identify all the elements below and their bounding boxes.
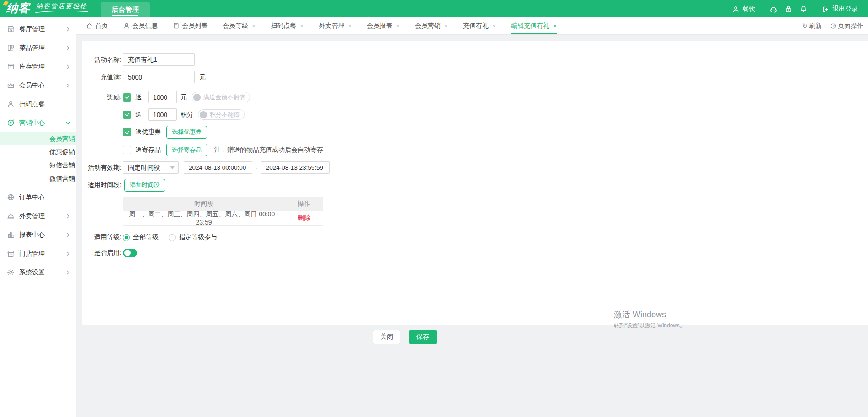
tab-member-level[interactable]: 会员等级 × <box>223 17 256 34</box>
sidebar-item-settings[interactable]: 系统设置 <box>0 263 76 282</box>
give-amount-checkbox[interactable] <box>123 93 131 102</box>
tab-home[interactable]: 首页 <box>86 17 108 34</box>
sidebar-subitem-promo[interactable]: 优惠促销 <box>0 145 76 159</box>
recharge-amount-input[interactable] <box>123 71 195 83</box>
tab-label: 会员等级 <box>223 22 248 30</box>
close-icon[interactable]: × <box>396 22 400 30</box>
tab-member-report[interactable]: 会员报表 × <box>367 17 400 34</box>
sidebar-item-label: 餐厅管理 <box>19 25 66 33</box>
refresh-button[interactable]: ↻ 刷新 <box>802 22 822 30</box>
sidebar-item-dishes[interactable]: 菜品管理 <box>0 38 76 57</box>
footer-actions: 关闭 保存 <box>76 325 868 344</box>
period-cell: 周一、周二、周三、周四、周五、周六、周日 00:00 - 23:59 <box>123 210 285 226</box>
select-coupon-button[interactable]: 选择优惠券 <box>166 126 207 139</box>
tab-label: 会员报表 <box>367 22 393 30</box>
shop-icon <box>7 250 15 257</box>
validity-label: 活动有效期: <box>82 164 122 172</box>
sidebar-item-order-center[interactable]: 订单中心 <box>0 188 76 207</box>
sidebar-item-scan-order[interactable]: 扫码点餐 <box>0 95 76 113</box>
headset-icon[interactable] <box>769 5 777 13</box>
tab-scan-order[interactable]: 扫码点餐 × <box>271 17 304 34</box>
add-period-button[interactable]: 添加时间段 <box>124 179 165 192</box>
sidebar-subitem-label: 短信营销 <box>49 161 75 170</box>
tab-member-info[interactable]: 会员信息 <box>123 17 158 34</box>
sidebar-item-reports[interactable]: 报表中心 <box>0 225 76 244</box>
enable-row: 是否启用: <box>82 249 868 257</box>
sidebar-item-marketing-center[interactable]: 营销中心 <box>0 113 76 132</box>
give-coupon-checkbox[interactable] <box>123 128 131 136</box>
give-points-input[interactable] <box>148 108 177 121</box>
sidebar-item-member-center[interactable]: 会员中心 <box>0 76 76 95</box>
level-all-radio[interactable] <box>123 234 130 241</box>
chevron-right-icon <box>66 46 70 50</box>
chevron-right-icon <box>66 64 70 69</box>
header-right: 餐饮 退出登录 <box>732 5 868 17</box>
level-specific-radio[interactable] <box>169 234 176 241</box>
target-icon <box>7 119 15 127</box>
sidebar-item-label: 系统设置 <box>19 268 66 277</box>
no-multiply-points-toggle[interactable]: 积分不翻倍 <box>198 109 245 120</box>
period-label: 适用时间段: <box>82 181 122 189</box>
tab-edit-recharge-gift[interactable]: 编辑充值有礼 × <box>511 17 557 34</box>
nav-tab-backend[interactable]: 后台管理 <box>101 2 150 17</box>
sidebar-item-label: 库存管理 <box>19 63 66 71</box>
sidebar-item-takeout[interactable]: 外卖管理 <box>0 207 76 225</box>
storefront-icon <box>7 25 15 33</box>
level-specific-label: 指定等级参与 <box>179 233 217 241</box>
close-icon[interactable]: × <box>348 22 351 30</box>
tab-recharge-gift[interactable]: 充值有礼 × <box>463 17 496 34</box>
enable-toggle[interactable] <box>123 249 137 257</box>
close-icon[interactable]: × <box>492 22 496 30</box>
current-user[interactable]: 餐饮 <box>732 5 755 13</box>
close-icon[interactable]: × <box>444 22 448 30</box>
yuan-unit: 元 <box>199 73 206 81</box>
caret-down-icon <box>170 166 175 169</box>
activity-name-row: 活动名称: <box>82 53 868 66</box>
sidebar-subitem-member-marketing[interactable]: 会员营销 <box>0 132 76 145</box>
tab-label: 扫码点餐 <box>271 22 296 30</box>
give-deposit-checkbox[interactable] <box>123 146 131 154</box>
table-row: 周一、周二、周三、周四、周五、周六、周日 00:00 - 23:59 删除 <box>123 211 323 226</box>
give-label: 送 <box>135 111 142 119</box>
delete-link[interactable]: 删除 <box>298 214 310 222</box>
lock-icon[interactable] <box>784 5 793 13</box>
refresh-label: 刷新 <box>809 22 822 30</box>
give-points-checkbox[interactable] <box>123 111 131 119</box>
logout-button[interactable]: 退出登录 <box>822 5 858 13</box>
validity-type-select[interactable]: 固定时间段 <box>123 161 179 174</box>
sidebar-subitem-sms-marketing[interactable]: 短信营销 <box>0 159 76 172</box>
logout-icon <box>822 5 830 13</box>
save-button[interactable]: 保存 <box>409 330 437 344</box>
bell-icon[interactable] <box>799 5 808 13</box>
sidebar-item-stores[interactable]: 门店管理 <box>0 244 76 263</box>
activity-name-input[interactable] <box>123 53 195 66</box>
close-button[interactable]: 关闭 <box>373 330 400 344</box>
give-amount-input[interactable] <box>148 91 177 103</box>
select-deposit-button[interactable]: 选择寄存品 <box>166 144 207 156</box>
sidebar-subitem-label: 会员营销 <box>49 135 75 143</box>
header-divider-2 <box>815 6 815 13</box>
sidebar-item-restaurant[interactable]: 餐厅管理 <box>0 20 76 38</box>
page-operations-button[interactable]: 页面操作 <box>830 22 863 30</box>
close-icon[interactable]: × <box>553 22 557 30</box>
logo-tagline: 纳客管店更轻松 <box>35 2 89 13</box>
tab-takeout[interactable]: 外卖管理 × <box>319 17 351 34</box>
tab-member-list[interactable]: 会员列表 <box>173 17 208 34</box>
date-start-value: 2024-08-13 00:00:00 <box>189 164 246 171</box>
date-end-input[interactable]: 2024-08-13 23:59:59 <box>261 161 330 174</box>
level-row: 适用等级: 全部等级 指定等级参与 <box>82 233 868 241</box>
main-column: 首页 会员信息 会员列表 会员等级 × 扫码点餐 × <box>76 17 868 417</box>
sidebar-subitem-wechat-marketing[interactable]: 微信营销 <box>0 172 76 185</box>
no-multiply-amount-toggle[interactable]: 满送金额不翻倍 <box>192 92 250 102</box>
logout-label: 退出登录 <box>832 5 858 13</box>
close-icon[interactable]: × <box>252 22 256 30</box>
tab-label: 编辑充值有礼 <box>511 22 549 30</box>
dishes-icon <box>7 44 15 52</box>
column-header-action: 操作 <box>285 197 323 211</box>
date-start-input[interactable]: 2024-08-13 00:00:00 <box>184 161 252 174</box>
tab-member-marketing[interactable]: 会员营销 × <box>415 17 448 34</box>
sidebar-subitem-label: 优惠促销 <box>49 148 75 156</box>
toggle-dot <box>200 111 207 118</box>
close-icon[interactable]: × <box>300 22 304 30</box>
sidebar-item-inventory[interactable]: 库存管理 <box>0 57 76 76</box>
